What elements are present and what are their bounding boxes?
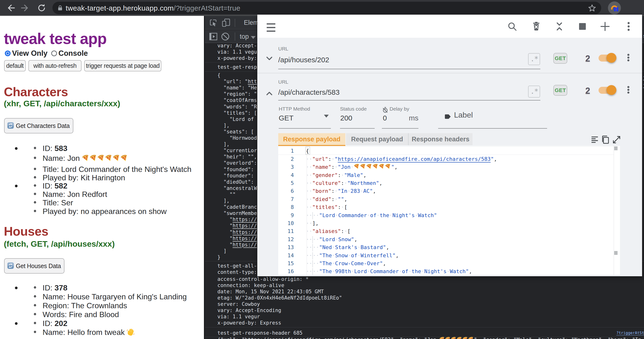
clear-all-icon[interactable]: [531, 21, 542, 32]
pizza-emoji: [113, 154, 120, 162]
expand-row-icon[interactable]: [264, 53, 275, 64]
console-line: "https://: [218, 229, 257, 235]
code-line: 14····"The·Snow·of·Winterfell",: [278, 252, 620, 260]
code-line: 6··"born":·"In·283·AC",: [278, 187, 620, 195]
method-chip: GET: [553, 53, 567, 64]
console-line: ]: [218, 248, 226, 254]
tab-request-payload[interactable]: Request payload: [346, 133, 408, 145]
list-sub-bullet: [34, 157, 36, 159]
copy-icon[interactable]: [601, 135, 610, 144]
console-line: "founded":: [218, 166, 254, 172]
stop-icon[interactable]: [577, 21, 588, 32]
url-input-underline: [278, 100, 540, 100]
console-separator: [205, 327, 644, 328]
console-line: }: [218, 254, 220, 260]
status-code-input[interactable]: 200: [340, 114, 352, 122]
list-bullet: [15, 147, 18, 150]
console-line: "heir": "",: [218, 154, 257, 160]
url-label: URL: [278, 46, 288, 52]
auto-refresh-button[interactable]: with auto-refresh: [28, 60, 82, 72]
console-line: "founder":: [218, 173, 254, 179]
row-menu-icon[interactable]: [626, 53, 631, 66]
radio-view-only[interactable]: [5, 50, 10, 56]
delay-underline: [382, 128, 418, 129]
console-line: "Lord of: [218, 116, 257, 122]
label-input[interactable]: Label: [454, 110, 473, 120]
pizza-emoji: [82, 154, 90, 162]
format-icon[interactable]: [590, 135, 599, 144]
http-method-label: HTTP Method: [279, 106, 310, 112]
url-input[interactable]: /api/houses/202: [278, 56, 329, 64]
console-line: "seats": [: [218, 129, 254, 135]
tab-response-headers[interactable]: Response headers: [408, 133, 472, 145]
code-line: 9····"Lord·Commander·of·the·Night's·Watc…: [278, 211, 620, 220]
console-line: "overlord":: [218, 160, 257, 166]
refresh-emoji: [7, 262, 14, 269]
get-houses-button[interactable]: Get Houses Data: [4, 258, 64, 274]
code-line: 5··"culture":·"Northmen",: [278, 179, 620, 187]
row-menu-icon[interactable]: [626, 85, 631, 98]
console-line: "titles": [: [218, 110, 257, 116]
code-line: 15····"The·Crow-Come-Over",: [278, 260, 620, 268]
http-method-select[interactable]: GET: [279, 114, 294, 122]
console-link-fragment: tt: [643, 82, 644, 88]
pizza-emoji: [90, 154, 98, 162]
console-line: test-get-response-header 685: [218, 330, 302, 336]
code-scrollbar[interactable]: [614, 146, 620, 275]
delay-input[interactable]: 0: [383, 114, 387, 122]
trigger-requests-button[interactable]: trigger requests at page load: [84, 60, 161, 72]
tab-response-payload[interactable]: Response payload: [278, 133, 345, 145]
radio-console[interactable]: [51, 50, 57, 56]
reload-icon[interactable]: [37, 3, 46, 12]
list-item: Title: Lord Commander of the Night's Wat…: [42, 165, 192, 174]
delay-timer-icon: [382, 107, 388, 113]
console-line: "url": "htt: [218, 78, 257, 84]
page-title: tweak test app: [4, 30, 106, 48]
expand-code-icon[interactable]: [612, 135, 621, 144]
forward-icon[interactable]: [21, 3, 30, 12]
list-item: ID: 583: [42, 144, 67, 153]
response-payload-code[interactable]: 1{2··"url":·"https://anapioficeandfire.c…: [278, 146, 620, 275]
console-line: "coatOfArms: [218, 97, 257, 103]
tweak-header: [257, 15, 642, 38]
console-line: vary: Accept-: [218, 43, 257, 48]
console-line: {"url": "https://anapioficeandfire.com/a…: [218, 336, 644, 339]
add-icon[interactable]: [600, 21, 610, 32]
default-button[interactable]: default: [4, 60, 26, 72]
wave-emoji: [127, 328, 134, 336]
list-sub-bullet: [34, 313, 36, 315]
pizza-emoji: [98, 154, 105, 162]
bookmark-star-icon[interactable]: [588, 4, 596, 12]
toggle-thumb[interactable]: [606, 53, 616, 63]
scrollbar-thumb[interactable]: [614, 251, 618, 255]
console-line: "ancestralW: [218, 185, 257, 191]
console-link-fragment: tt: [643, 75, 644, 80]
list-bullet: [15, 185, 18, 187]
console-line: x-powered-by: Express: [218, 320, 281, 326]
list-bullet: [15, 322, 18, 325]
more-options-icon[interactable]: [623, 21, 634, 32]
tweak-extension-icon[interactable]: [608, 2, 621, 14]
scrollbar-thumb[interactable]: [614, 146, 618, 150]
regex-toggle[interactable]: .*: [528, 86, 540, 98]
method-underline: [279, 128, 331, 129]
url-input[interactable]: /api/characters/583: [278, 88, 340, 96]
regex-toggle[interactable]: .*: [528, 53, 540, 65]
method-chip: GET: [553, 85, 567, 96]
console-line: "https://: [218, 236, 257, 242]
list-sub-bullet: [34, 210, 36, 212]
code-line: 13····"Ned·Stark's·Bastard",: [278, 243, 620, 252]
toggle-thumb[interactable]: [606, 85, 616, 95]
collapse-row-icon[interactable]: [264, 88, 275, 98]
url-bar[interactable]: tweak-target-app.herokuapp.com/?triggerA…: [52, 2, 601, 14]
web-page: tweak test app View Only Console default…: [0, 16, 204, 339]
collapse-all-icon[interactable]: [554, 21, 565, 32]
list-item: Words: Fire and Blood: [42, 310, 119, 319]
delay-unit: ms: [409, 114, 418, 122]
search-icon[interactable]: [507, 21, 518, 32]
list-item: Name: Jon Redfort: [42, 190, 107, 199]
back-icon[interactable]: [6, 3, 15, 12]
console-link[interactable]: ?triggerAtSt: [616, 330, 644, 335]
list-item: ID: 202: [42, 319, 67, 328]
get-characters-button[interactable]: Get Characters Data: [4, 118, 73, 134]
